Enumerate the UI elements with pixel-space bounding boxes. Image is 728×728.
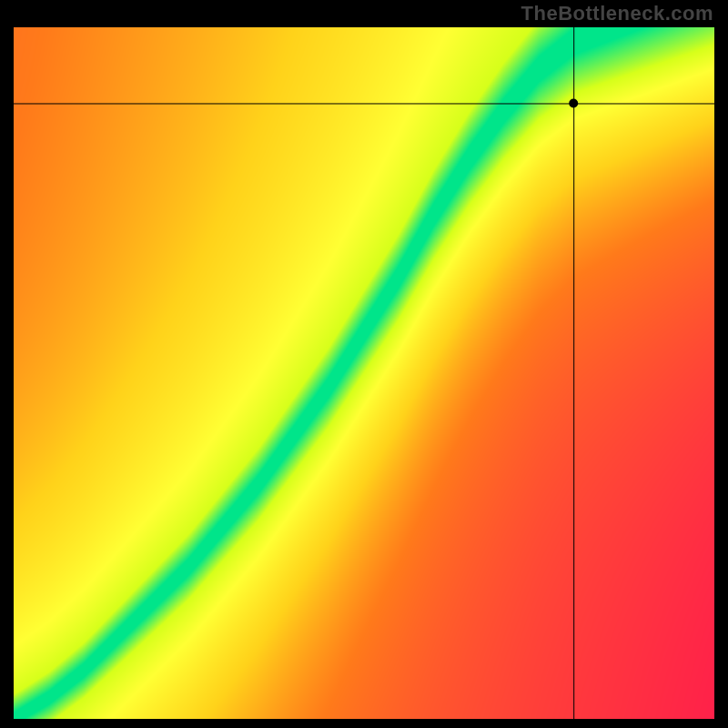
watermark-text: TheBottleneck.com <box>521 2 713 25</box>
chart-container: TheBottleneck.com <box>0 0 728 728</box>
bottleneck-heatmap <box>14 27 714 719</box>
